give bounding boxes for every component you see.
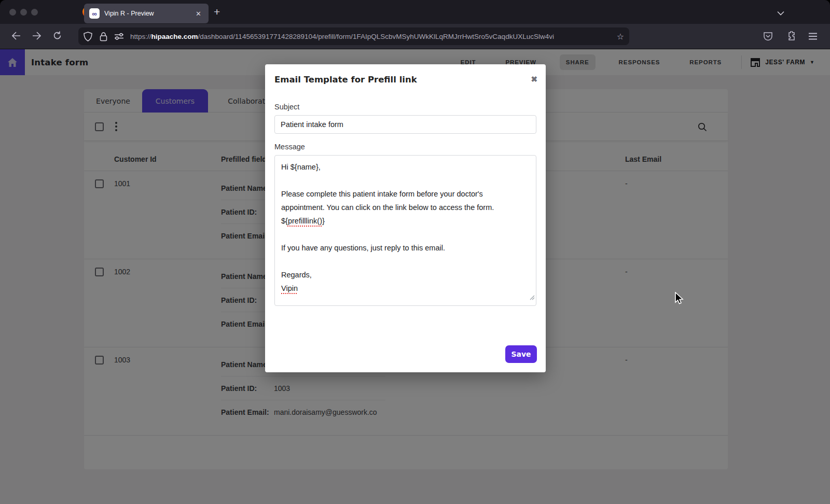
modal-close-icon[interactable]: ✖	[531, 75, 537, 84]
forward-button[interactable]	[32, 32, 42, 41]
resize-handle[interactable]	[530, 291, 535, 304]
back-button[interactable]	[11, 32, 21, 41]
window-close-button[interactable]	[9, 9, 16, 16]
tab-close-icon[interactable]: ✕	[193, 9, 203, 19]
window-zoom-button[interactable]	[31, 9, 38, 16]
subject-input[interactable]	[274, 115, 536, 134]
browser-tab-strip: ∞ Vipin R - Preview ✕ +	[0, 0, 830, 24]
message-textarea[interactable]: Hi ${name}, Please complete this patient…	[274, 155, 536, 306]
email-template-modal: Email Template for Prefill link ✖ Subjec…	[265, 64, 546, 372]
window-minimize-button[interactable]	[20, 9, 27, 16]
new-tab-button[interactable]: +	[214, 6, 220, 18]
tab-list-chevron-icon[interactable]	[777, 8, 784, 18]
tracking-protection-shield-icon[interactable]	[84, 32, 92, 41]
browser-toolbar: https://hipaache.com/dashboard/114565391…	[0, 24, 830, 49]
url-bar[interactable]: https://hipaache.com/dashboard/114565391…	[78, 27, 629, 45]
permissions-icon[interactable]	[114, 33, 124, 40]
bookmark-star-icon[interactable]: ☆	[617, 32, 624, 41]
mouse-cursor	[673, 292, 685, 307]
url-text[interactable]: https://hipaache.com/dashboard/114565391…	[130, 33, 614, 40]
reload-button[interactable]	[53, 31, 62, 41]
subject-label: Subject	[274, 103, 536, 111]
menu-hamburger-icon[interactable]	[808, 33, 818, 40]
save-button[interactable]: Save	[505, 345, 537, 363]
browser-tab[interactable]: ∞ Vipin R - Preview ✕	[84, 4, 209, 23]
site-favicon-icon: ∞	[89, 8, 100, 19]
modal-title: Email Template for Prefill link	[274, 75, 536, 85]
window-controls[interactable]	[9, 9, 38, 16]
extensions-puzzle-icon[interactable]	[785, 31, 796, 41]
message-label: Message	[274, 143, 536, 151]
page-content: Intake form EDIT PREVIEW SHARE RESPONSES…	[0, 49, 830, 504]
lock-icon[interactable]	[100, 32, 107, 41]
browser-window: ∞ Vipin R - Preview ✕ + https://hipaache…	[0, 0, 830, 504]
pocket-icon[interactable]	[763, 32, 773, 41]
tab-title: Vipin R - Preview	[104, 10, 193, 17]
